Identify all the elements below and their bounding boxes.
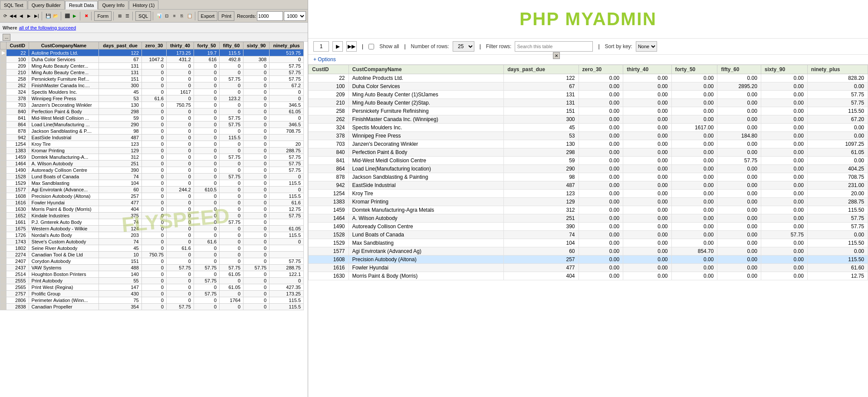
table-row[interactable]: 209 Ming Auto Beauty Center... 131 0 0 0… [0,63,304,69]
copy-button[interactable]: ⎘ [179,11,185,21]
pma-col-zero-30[interactable]: zero_30 [579,65,623,74]
col-forty-50[interactable]: forty_50 [194,42,219,49]
table-row[interactable]: 2437 VAW Systems 488 0 57.75 57.75 57.75… [0,265,304,271]
close-overlay-button[interactable]: ✕ [553,52,560,59]
pma-col-fifty-60[interactable]: fifty_60 [717,65,761,74]
open-button[interactable]: 📂 [52,11,59,21]
first-button[interactable]: ◀◀ [9,11,17,21]
list-item[interactable]: 1459 Domtek Manufacturing-Agra Metals 31… [309,206,868,214]
table-row[interactable]: 840 Perfection Paint & Body 298 0 0 0 0 … [0,108,304,115]
col-fifty-60[interactable]: fifty_60 [220,42,243,49]
last-button[interactable]: ▶| [33,11,39,21]
list-item[interactable]: 209 Ming Auto Beauty Center (1)StJames 1… [309,91,868,99]
grid-button[interactable]: ⊞ [116,11,123,21]
delete-button[interactable]: ✖ [83,11,89,21]
table-row[interactable]: 1616 Fowler Hyundai 477 0 0 0 0 0 61.6 [0,200,304,206]
ellipsis-button[interactable]: ... [3,34,10,41]
list-item[interactable]: 878 Jackson Sandblasting & Painting 98 0… [309,173,868,181]
list-item[interactable]: 1383 Kromar Printing 129 0.00 0.00 0.00 … [309,198,868,206]
table-row[interactable]: 1459 Domtek Manufacturing-A... 312 0 0 0… [0,154,304,161]
col-thirty-40[interactable]: thirty_40 [167,42,194,49]
paste-button[interactable]: 📋 [186,11,193,21]
table-row[interactable]: 258 Persnickety Furniture Ref... 151 0 0… [0,76,304,82]
table-row[interactable]: 2555 Print Autobody 55 0 0 57.75 0 0 0 [0,278,304,284]
table-row[interactable]: 942 EastSide Industrial 487 0 0 0 115.5 … [0,135,304,141]
tab-history[interactable]: History (1) [129,0,159,9]
sql-button[interactable]: SQL [135,11,151,21]
pivot-button[interactable]: ⊡ [164,11,170,21]
table-row[interactable]: 1630 Morris Paint & Body (Morris) 404 0 … [0,206,304,213]
sort-select[interactable]: None [636,41,657,52]
format-button[interactable]: ≡ [171,11,178,21]
col-ninety-plus[interactable]: ninety_plus [270,42,304,49]
chart-button[interactable]: 📊 [156,11,162,21]
list-item[interactable]: 210 Ming Auto Beauty Center (2)Stap. 131… [309,99,868,107]
show-all-checkbox[interactable] [368,44,374,49]
table-row[interactable]: 1464 A. Wilson Autobody 251 0 0 0 0 0 57… [0,161,304,167]
table-row[interactable]: 703 Janzen's Decorating Winkler 130 0 75… [0,102,304,108]
table-row[interactable]: 1726 Nordal's Auto Body 203 0 0 0 0 0 11… [0,232,304,239]
export-button[interactable]: Export [198,11,218,21]
refresh-button[interactable]: ⟳ [2,11,8,21]
pma-next-btn[interactable]: ▶ [332,41,343,52]
table-row[interactable]: 1254 Kroy Tire 123 0 0 0 0 0 20 [0,141,304,148]
table-row[interactable]: 2565 Print West (Regina) 147 0 0 0 61.05… [0,284,304,291]
table-row[interactable]: 2407 Corydon Autobody 151 0 0 0 0 0 57.7… [0,258,304,265]
print-button[interactable]: Print [218,11,234,21]
table-row[interactable]: 2514 Houghton Boston Printers 140 0 0 0 … [0,271,304,278]
page-input[interactable] [313,41,329,52]
col-sixty-90[interactable]: sixty_90 [243,42,270,49]
list-item[interactable]: 1608 Precision Autobody (Altona) 257 0.0… [309,256,868,264]
list-item[interactable]: 942 EastSide Industrial 487 0.00 0.00 0.… [309,181,868,190]
list-item[interactable]: 262 FinishMaster Canada Inc. (Winnipeg) … [309,115,868,124]
table-row[interactable]: 262 FinishMaster Canada Inc.... 300 0 0 … [0,82,304,89]
table-row[interactable]: 324 Spectis Moulders Inc. 45 0 1617 0 0 … [0,89,304,95]
table-row[interactable]: 378 Winnipeg Free Press 53 61.6 0 0 123.… [0,95,304,102]
table-row[interactable]: 2274 Canadian Tool & Die Ltd 10 750.75 0… [0,252,304,258]
table-row[interactable]: 2757 Prolific Group 430 0 0 57.75 0 0 17… [0,291,304,297]
col-custid[interactable]: CustID [7,42,29,49]
col-zero-30[interactable]: zero_30 [141,42,166,49]
list-item[interactable]: 378 Winnipeg Free Press 53 0.00 0.00 0.0… [309,132,868,140]
list-item[interactable]: 1464 A. Wilson Autobody 251 0.00 0.00 0.… [309,214,868,223]
table-row[interactable]: 1661 P.J. Gmterek Auto Body 74 0 0 0 57.… [0,219,304,226]
list-item[interactable]: 100 Duha Color Services 67 0.00 0.00 0.0… [309,82,868,91]
pma-col-forty-50[interactable]: forty_50 [671,65,717,74]
list-item[interactable]: 1616 Fowler Hyundai 477 0.00 0.00 0.00 0… [309,264,868,272]
pma-col-custid[interactable]: CustID [309,65,349,74]
list-item[interactable]: 841 Mid-West Meidl Collision Centre 59 0… [309,157,868,165]
table-row[interactable]: 878 Jackson Sandblasting & P.... 98 0 0 … [0,128,304,135]
list-item[interactable]: 1577 Agi Envirotank (Advanced Ag) 60 0.0… [309,247,868,256]
search-input[interactable] [515,41,593,52]
table-row[interactable]: ▶ 22 Autoline Products Ltd. 122 173.25 1… [0,49,304,56]
pma-col-sixty-90[interactable]: sixty_90 [761,65,807,74]
table-row[interactable]: 1652 Kindale Industries 375 0 0 0 0 0 57… [0,213,304,219]
form-button[interactable]: Form [94,11,112,21]
table-row[interactable]: 1608 Precision Autobody (Altona) 257 0 0… [0,193,304,200]
list-item[interactable]: 324 Spectis Moulders Inc. 45 0.00 0.00 1… [309,124,868,132]
table-row[interactable]: 1675 Western Autobody - Wilkie 124 0 0 0… [0,226,304,232]
options-link[interactable]: + Options [308,55,868,65]
list-item[interactable]: 840 Perfection Paint & Body 298 0.00 0.0… [309,148,868,157]
table-row[interactable]: 1490 Autoready Collison Centre 390 0 0 0… [0,167,304,174]
list-item[interactable]: 22 Autoline Products Ltd. 122 0.00 0.00 … [309,74,868,82]
pma-col-ninety-plus[interactable]: ninety_plus [807,65,868,74]
pma-col-days-past-due[interactable]: days_past_due [504,65,579,74]
next-button[interactable]: ▶ [26,11,32,21]
list-item[interactable]: 258 Persnickety Furniture Refinishing 15… [309,107,868,115]
pma-col-thirty-40[interactable]: thirty_40 [623,65,671,74]
run-button[interactable]: ▶ [71,11,78,21]
table-row[interactable]: 841 Mid-West Meidl Collision ... 59 0 0 … [0,115,304,121]
table-row[interactable]: 1383 Kromar Printing 129 0 0 0 0 0 288.7… [0,148,304,154]
save-button[interactable]: 💾 [45,11,51,21]
table-row[interactable]: 1529 Max Sandblasting 104 0 0 0 0 0 115.… [0,180,304,187]
table-row[interactable]: 1802 Seine River Autobody 45 0 61.6 0 0 … [0,245,304,252]
table-row[interactable]: 1577 Agi Envirotank (Advance... 60 0 244… [0,187,304,193]
list-item[interactable]: 1254 Kroy Tire 123 0.00 0.00 0.00 0.00 0… [309,190,868,198]
list-item[interactable]: 1490 Autoready Collison Centre 390 0.00 … [309,223,868,231]
pma-last-btn[interactable]: ▶▶ [346,41,357,52]
table-row[interactable]: 210 Ming Auto Beauty Centre... 131 0 0 0… [0,69,304,76]
rows-select[interactable]: 25 50 100 [453,41,474,52]
col-days-past-due[interactable]: days_past_due [99,42,141,49]
col-custcompanyname[interactable]: CustCompanyName [29,42,99,49]
